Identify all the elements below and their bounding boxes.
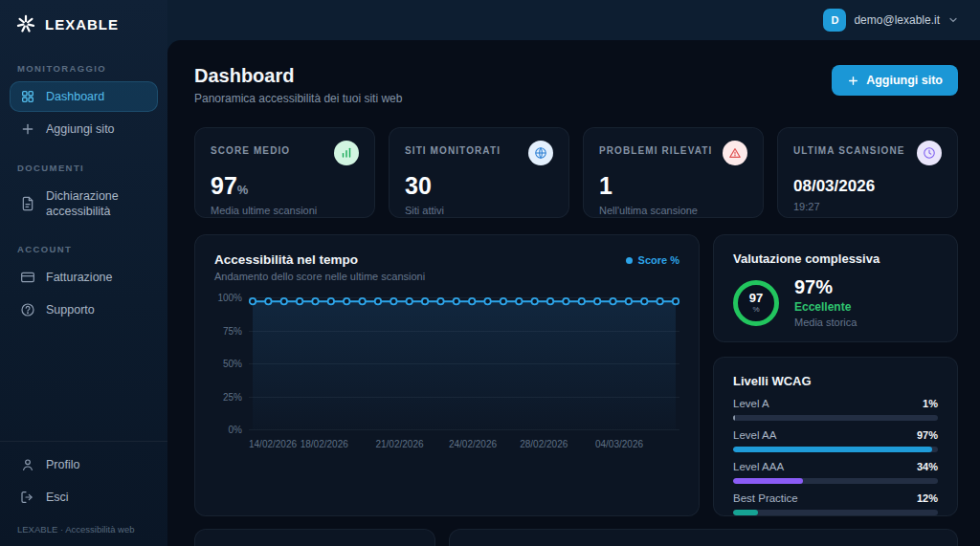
data-point[interactable] bbox=[531, 298, 537, 304]
main-content: Dashboard Panoramica accessibilità dei t… bbox=[167, 40, 980, 546]
data-point[interactable] bbox=[328, 298, 334, 304]
bar-chart-icon bbox=[334, 141, 359, 165]
add-site-button-label: Aggiungi sito bbox=[866, 74, 943, 87]
sidebar-item-dichiarazione[interactable]: Dichiarazione accessibilità bbox=[10, 181, 158, 228]
data-point[interactable] bbox=[673, 298, 679, 304]
user-icon bbox=[20, 457, 35, 472]
chart-plot: 0%25%50%75%100% bbox=[249, 297, 679, 429]
stat-sub: Media ultime scansioni bbox=[211, 205, 359, 216]
credit-card-icon bbox=[20, 270, 35, 285]
sidebar-item-label: Esci bbox=[46, 490, 69, 505]
wcag-level-value: 12% bbox=[917, 492, 938, 504]
stat-card-score-medio: SCORE MEDIO 97% Media ultime scansioni bbox=[194, 127, 375, 218]
data-point[interactable] bbox=[594, 298, 600, 304]
stats-row: SCORE MEDIO 97% Media ultime scansioni S… bbox=[194, 127, 958, 218]
gridline bbox=[249, 331, 679, 332]
stat-sub: Nell'ultima scansione bbox=[599, 205, 747, 216]
sidebar-item-label: Dichiarazione accessibilità bbox=[46, 188, 147, 220]
stat-card-problemi-rilevati: PROBLEMI RILEVATI 1 Nell'ultima scansion… bbox=[583, 127, 764, 218]
data-point[interactable] bbox=[407, 298, 412, 304]
stat-value: 30 bbox=[405, 174, 553, 198]
data-point[interactable] bbox=[516, 298, 522, 304]
legend-dot bbox=[626, 257, 633, 264]
data-point[interactable] bbox=[375, 298, 381, 304]
y-axis-tick: 75% bbox=[223, 325, 242, 336]
stat-value: 08/03/2026 bbox=[793, 178, 942, 194]
stat-label: SCORE MEDIO bbox=[211, 145, 290, 156]
bottom-row: Problemi rilevati I tuoi siti + Aggiungi bbox=[194, 529, 958, 546]
charts-row: Accessibilità nel tempo Andamento dello … bbox=[194, 234, 958, 516]
user-menu[interactable]: D demo@lexable.it bbox=[823, 9, 959, 32]
stat-sub: 19:27 bbox=[793, 201, 942, 212]
wcag-title: Livelli WCAG bbox=[733, 374, 938, 388]
data-point[interactable] bbox=[657, 298, 662, 304]
wcag-progress-track bbox=[733, 478, 938, 484]
wcag-level-label: Best Practice bbox=[733, 492, 798, 504]
sidebar: LEXABLE MONITORAGGIO Dashboard Aggiungi … bbox=[0, 0, 167, 546]
y-axis-tick: 25% bbox=[223, 391, 242, 402]
data-point[interactable] bbox=[641, 298, 647, 304]
data-point[interactable] bbox=[610, 298, 615, 304]
data-point[interactable] bbox=[250, 298, 256, 304]
data-point[interactable] bbox=[469, 298, 475, 304]
sidebar-item-label: Aggiungi sito bbox=[46, 121, 115, 137]
data-point[interactable] bbox=[359, 298, 365, 304]
add-site-button[interactable]: Aggiungi sito bbox=[832, 65, 958, 96]
chart-x-axis: 14/02/202618/02/202621/02/202624/02/2026… bbox=[249, 437, 679, 452]
data-point[interactable] bbox=[390, 298, 396, 304]
globe-icon bbox=[528, 141, 553, 165]
stat-card-siti-monitorati: SITI MONITORATI 30 Siti attivi bbox=[389, 127, 569, 218]
chart-legend: Score % bbox=[626, 254, 679, 266]
overall-score-title: Valutazione complessiva bbox=[733, 251, 938, 266]
wcag-level-label: Level AA bbox=[733, 429, 776, 441]
x-axis-tick: 28/02/2026 bbox=[520, 439, 568, 449]
data-point[interactable] bbox=[454, 298, 459, 304]
document-icon bbox=[20, 196, 35, 211]
data-point[interactable] bbox=[563, 298, 568, 304]
score-value: 97% bbox=[794, 277, 857, 296]
warning-icon bbox=[723, 141, 747, 165]
data-point[interactable] bbox=[344, 298, 349, 304]
problems-card: Problemi rilevati bbox=[194, 529, 435, 546]
score-sub: Media storica bbox=[794, 317, 857, 328]
plus-icon bbox=[847, 75, 859, 87]
wcag-level-label: Level A bbox=[733, 398, 769, 409]
sidebar-item-aggiungi-sito[interactable]: Aggiungi sito bbox=[10, 114, 158, 144]
clock-icon bbox=[917, 141, 942, 165]
x-axis-tick: 24/02/2026 bbox=[449, 439, 497, 449]
right-column: Valutazione complessiva 97 % 97% Eccelle… bbox=[713, 234, 958, 516]
wcag-progress-track bbox=[733, 415, 938, 421]
wcag-progress-track bbox=[733, 510, 938, 515]
plus-icon bbox=[20, 121, 35, 137]
sidebar-bottom: Profilo Esci LEXABLE · Accessibilità web bbox=[0, 441, 167, 546]
sidebar-item-profilo[interactable]: Profilo bbox=[10, 449, 158, 480]
sidebar-item-dashboard[interactable]: Dashboard bbox=[10, 81, 158, 112]
data-point[interactable] bbox=[501, 298, 506, 304]
wcag-levels-card: Livelli WCAG Level A 1% Level AA 97% Lev… bbox=[713, 357, 958, 516]
data-point[interactable] bbox=[547, 298, 553, 304]
sidebar-item-fatturazione[interactable]: Fatturazione bbox=[10, 262, 158, 293]
logout-icon bbox=[20, 490, 35, 505]
data-point[interactable] bbox=[265, 298, 271, 304]
stat-value: 1 bbox=[599, 174, 747, 198]
chevron-down-icon bbox=[947, 14, 959, 26]
sidebar-item-esci[interactable]: Esci bbox=[10, 482, 158, 513]
nav-section-account: ACCOUNT bbox=[0, 244, 167, 254]
data-point[interactable] bbox=[312, 298, 318, 304]
stat-value: 97% bbox=[211, 174, 359, 198]
wcag-level-value: 1% bbox=[923, 398, 938, 409]
data-point[interactable] bbox=[484, 298, 490, 304]
data-point[interactable] bbox=[437, 298, 443, 304]
data-point[interactable] bbox=[422, 298, 428, 304]
wcag-rows: Level A 1% Level AA 97% Level AAA 34% Be… bbox=[733, 398, 938, 515]
data-point[interactable] bbox=[579, 298, 585, 304]
nav-section-documenti: DOCUMENTI bbox=[0, 163, 167, 173]
data-point[interactable] bbox=[297, 298, 302, 304]
wcag-level-value: 34% bbox=[917, 461, 938, 472]
data-point[interactable] bbox=[626, 298, 632, 304]
data-point[interactable] bbox=[281, 298, 287, 304]
sidebar-item-label: Supporto bbox=[46, 302, 95, 317]
sidebar-item-supporto[interactable]: Supporto bbox=[10, 295, 158, 325]
y-axis-tick: 50% bbox=[223, 359, 242, 369]
stat-label: SITI MONITORATI bbox=[405, 145, 501, 156]
